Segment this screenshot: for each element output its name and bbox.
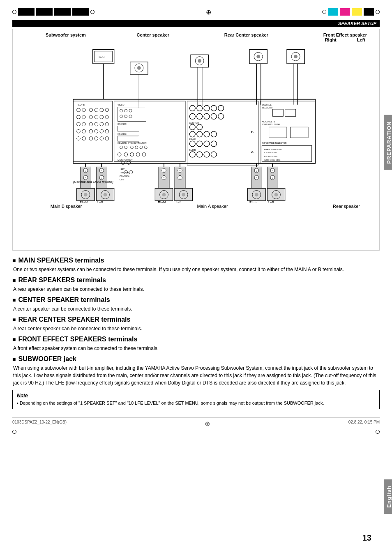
front-effect-title: FRONT EFFECT SPEAKERS terminals xyxy=(12,336,380,343)
svg-point-41 xyxy=(95,122,98,126)
footer-right: 02.8.22, 0:15 PM xyxy=(348,420,380,428)
svg-point-109 xyxy=(189,152,195,157)
rear-center-section: REAR CENTER SPEAKER terminals A rear cen… xyxy=(12,316,380,332)
svg-text:SURR: SURR xyxy=(189,149,196,151)
svg-text:B: B xyxy=(251,130,254,134)
svg-point-107 xyxy=(211,141,217,147)
svg-point-53 xyxy=(95,137,98,140)
svg-text:+: + xyxy=(163,170,165,172)
svg-point-101 xyxy=(204,131,210,137)
svg-text:Left: Left xyxy=(97,200,104,203)
svg-point-30 xyxy=(100,108,104,112)
svg-point-110 xyxy=(197,152,203,157)
svg-text:IMPEDANCE SELECTOR: IMPEDANCE SELECTOR xyxy=(262,142,286,144)
svg-text:+12V: +12V xyxy=(120,168,125,170)
rear-center-title: REAR CENTER SPEAKER terminals xyxy=(12,316,380,323)
svg-point-104 xyxy=(189,141,195,147)
svg-text:−: − xyxy=(256,177,258,179)
svg-point-106 xyxy=(204,141,210,147)
svg-text:SUB: SUB xyxy=(99,55,105,58)
svg-text:+: + xyxy=(101,177,103,179)
svg-point-97 xyxy=(189,124,195,130)
wiring-diagram: SUB xyxy=(13,42,379,203)
svg-text:VIDEO: VIDEO xyxy=(118,104,124,106)
english-tab: English xyxy=(384,479,392,514)
svg-point-186 xyxy=(255,193,258,197)
svg-point-177 xyxy=(104,193,107,197)
svg-point-33 xyxy=(82,115,86,119)
svg-text:MONITOR OUT: MONITOR OUT xyxy=(118,159,133,161)
svg-rect-23 xyxy=(73,99,315,164)
svg-point-91 xyxy=(189,113,195,119)
svg-text:A+B: 12Ω, 0-16Ω: A+B: 12Ω, 0-16Ω xyxy=(264,155,278,157)
svg-text:AC OUTLETS: AC OUTLETS xyxy=(262,120,275,123)
note-text: • Depending on the settings of "1 SPEAKE… xyxy=(17,400,375,406)
svg-point-135 xyxy=(129,170,133,174)
svg-point-64 xyxy=(129,115,132,118)
front-effect-label: Front Effect speaker Right Left xyxy=(323,32,367,42)
footer: 0103DSPAZ2_10-22_EN(GB) ⊕ 02.8.22, 0:15 … xyxy=(12,417,380,428)
svg-text:CENTER: CENTER xyxy=(189,122,199,124)
svg-point-174 xyxy=(84,193,88,197)
svg-point-11 xyxy=(256,55,260,58)
svg-text:SURR: 6-16Ω, 0-16Ω: SURR: 6-16Ω, 0-16Ω xyxy=(264,159,281,161)
svg-point-63 xyxy=(125,115,127,118)
svg-text:Right: Right xyxy=(158,200,166,203)
svg-point-105 xyxy=(197,141,203,147)
svg-point-49 xyxy=(105,129,109,133)
front-effect-section: FRONT EFFECT SPEAKERS terminals A front … xyxy=(12,336,380,352)
svg-point-76 xyxy=(144,146,147,149)
svg-rect-121 xyxy=(291,127,308,138)
svg-point-27 xyxy=(82,108,86,112)
note-title: Note xyxy=(17,393,375,398)
svg-text:Left: Left xyxy=(268,200,274,203)
svg-point-86 xyxy=(189,105,195,111)
svg-text:PRE OUT/MAIN IN: PRE OUT/MAIN IN xyxy=(128,142,146,144)
svg-point-79 xyxy=(130,153,134,157)
svg-point-99 xyxy=(189,131,195,137)
subwoofer-body: When using a subwoofer with built-in amp… xyxy=(13,364,380,387)
svg-text:RS-232C: RS-232C xyxy=(118,133,127,135)
front-effect-body: A front effect speaker system can be con… xyxy=(13,345,380,352)
svg-text:REAR: REAR xyxy=(189,138,196,140)
svg-rect-68 xyxy=(118,136,139,141)
svg-point-45 xyxy=(82,129,86,133)
svg-point-39 xyxy=(82,122,86,126)
svg-text:Right: Right xyxy=(249,200,258,203)
svg-point-71 xyxy=(125,146,127,149)
svg-point-47 xyxy=(95,129,98,133)
svg-point-8 xyxy=(198,59,201,63)
svg-text:SELECTOR: SELECTOR xyxy=(262,106,273,109)
svg-text:100W MAX. TOTAL: 100W MAX. TOTAL xyxy=(262,123,280,126)
svg-point-75 xyxy=(140,146,143,149)
svg-rect-113 xyxy=(260,101,315,164)
svg-text:OUT: OUT xyxy=(120,178,125,181)
svg-point-74 xyxy=(135,146,138,149)
svg-point-43 xyxy=(105,122,109,126)
svg-point-183 xyxy=(182,193,185,197)
page-number: 13 xyxy=(362,533,371,543)
svg-point-62 xyxy=(120,115,123,118)
svg-point-29 xyxy=(95,108,98,112)
top-registration-marks: ⊕ xyxy=(12,8,380,16)
section-header: SPEAKER SETUP xyxy=(12,20,380,27)
svg-text:−: − xyxy=(179,170,181,172)
subwoofer-title: SUBWOOFER jack xyxy=(12,355,380,363)
main-speakers-section: MAIN SPEAKERS terminals One or two speak… xyxy=(12,257,380,273)
rear-speakers-title: REAR SPEAKERS terminals xyxy=(12,276,380,284)
main-b-speaker-label: Main B speaker xyxy=(42,204,91,209)
svg-point-52 xyxy=(89,137,93,140)
svg-point-95 xyxy=(218,113,224,119)
svg-text:+: + xyxy=(179,177,181,179)
svg-point-94 xyxy=(211,113,217,119)
svg-point-88 xyxy=(204,105,210,111)
svg-point-60 xyxy=(125,109,127,112)
svg-point-100 xyxy=(197,131,203,137)
svg-point-77 xyxy=(118,153,121,157)
rear-center-body: A rear center speaker can be connected t… xyxy=(13,325,380,332)
svg-point-112 xyxy=(211,152,217,157)
svg-point-98 xyxy=(197,124,203,130)
svg-point-42 xyxy=(100,122,104,126)
svg-point-92 xyxy=(197,113,203,119)
svg-point-28 xyxy=(89,108,93,112)
